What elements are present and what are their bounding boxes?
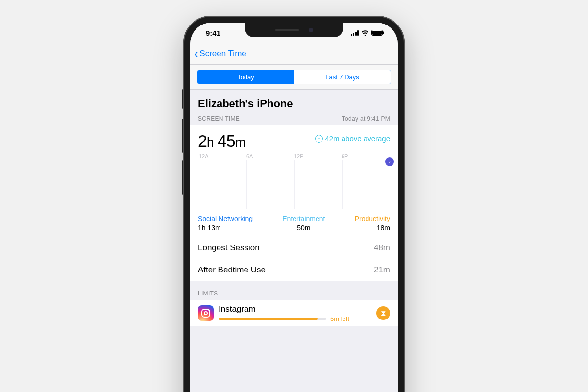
legend-productivity-value: 18m: [355, 223, 390, 233]
chart-tick-6a: 6A: [246, 153, 294, 159]
bedtime-icon: z: [385, 157, 394, 166]
segmented-control: Today Last 7 Days: [190, 65, 398, 90]
hourglass-icon: ⧗: [376, 306, 390, 320]
total-screen-time: 2h 45m: [198, 131, 245, 150]
battery-icon: [371, 30, 384, 36]
section-timestamp: Today at 9:41 PM: [342, 115, 390, 122]
back-label: Screen Time: [199, 49, 246, 59]
legend-social: Social Networking: [198, 214, 253, 223]
chart-tick-12a: 12A: [199, 153, 246, 159]
limit-progress-bar: [219, 318, 326, 320]
nav-bar: ‹ Screen Time: [190, 43, 398, 65]
back-button[interactable]: ‹ Screen Time: [194, 47, 246, 61]
limit-time-left: 5m left: [330, 315, 349, 322]
wifi-icon: [361, 30, 369, 36]
row-longest-session[interactable]: Longest Session 48m: [190, 237, 398, 259]
limit-row-instagram[interactable]: Instagram 5m left ⧗: [190, 300, 398, 326]
phone-frame: 9:41 ‹ Screen Time Today Last 7 Days: [183, 16, 405, 392]
section-header-screen-time: SCREEN TIME Today at 9:41 PM: [190, 115, 398, 125]
device-title: Elizabeth's iPhone: [190, 90, 398, 115]
category-legend: Social Networking 1h 13m Entertainment 5…: [198, 214, 390, 233]
cellular-icon: [351, 30, 359, 36]
chart-tick-6p: 6P: [342, 153, 389, 159]
arrow-up-icon: ↑: [315, 135, 323, 143]
screen: 9:41 ‹ Screen Time Today Last 7 Days: [190, 23, 398, 392]
section-header-limits: LIMITS: [190, 281, 398, 300]
legend-entertainment-value: 50m: [282, 223, 325, 233]
notch: [245, 23, 343, 37]
screen-time-card: 2h 45m ↑ 42m above average 12A 6A 12P 6P: [190, 125, 398, 281]
limit-app-name: Instagram: [219, 304, 371, 314]
legend-social-value: 1h 13m: [198, 223, 253, 233]
chart-tick-12p: 12P: [294, 153, 342, 159]
tab-last7days[interactable]: Last 7 Days: [294, 70, 391, 84]
legend-entertainment: Entertainment: [282, 214, 325, 223]
svg-rect-2: [383, 32, 384, 34]
row-after-bedtime[interactable]: After Bedtime Use 21m: [190, 259, 398, 281]
status-time: 9:41: [206, 29, 220, 37]
legend-productivity: Productivity: [355, 214, 390, 223]
chevron-left-icon: ‹: [194, 47, 198, 61]
tab-today[interactable]: Today: [197, 70, 294, 84]
hourly-chart[interactable]: 12A 6A 12P 6P z: [198, 153, 390, 209]
above-average-indicator: ↑ 42m above average: [315, 134, 390, 143]
svg-rect-1: [372, 31, 382, 35]
instagram-icon: [198, 305, 214, 321]
section-label: SCREEN TIME: [198, 115, 240, 122]
